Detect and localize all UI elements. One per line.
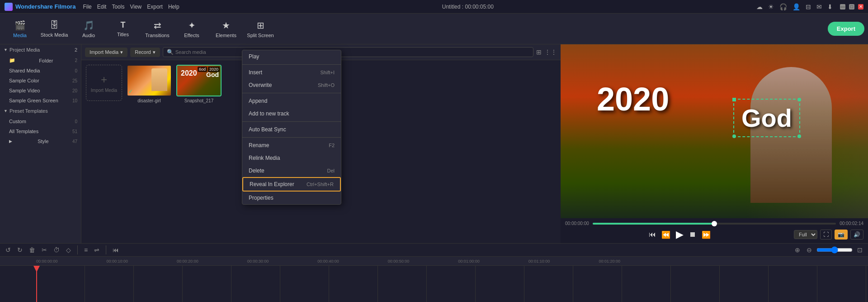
timeline-tracks[interactable] — [0, 266, 868, 302]
timeline: ↺ ↻ 🗑 ✂ ⏱ ◇ ≡ ⇌ ⏮ ⊕ ⊖ ⊡ 00:00:00:00 00:0… — [0, 243, 868, 302]
toolbar-transitions[interactable]: ⇄ Transitions — [141, 15, 174, 43]
ctx-reveal-in-explorer[interactable]: Reveal In Explorer Ctrl+Shift+R — [242, 177, 341, 192]
close-btn[interactable]: ✕ — [858, 4, 863, 10]
tl-zoom-slider[interactable] — [816, 246, 853, 254]
sidebar-style[interactable]: ▶ Style 47 — [0, 136, 81, 146]
ctx-rename[interactable]: Rename F2 — [242, 139, 341, 152]
preview-volume-btn[interactable]: 🔊 — [850, 230, 863, 240]
download-icon[interactable]: ⬇ — [827, 3, 833, 10]
toolbar-split-screen[interactable]: ⊞ Split Screen — [244, 15, 277, 43]
minimize-btn[interactable]: — — [840, 4, 845, 10]
stop-button[interactable]: ⏹ — [689, 230, 696, 239]
mail-icon[interactable]: ✉ — [816, 3, 822, 10]
media-item-disaster-girl[interactable]: ✓ disaster-girl — [127, 65, 172, 103]
sidebar-folder[interactable]: 📁 Folder 2 — [0, 55, 81, 66]
toolbar-effects[interactable]: ✦ Effects — [175, 15, 208, 43]
tl-zoom-out-btn[interactable]: ⊖ — [805, 245, 814, 254]
menu-view[interactable]: View — [130, 4, 142, 10]
tl-fit-btn[interactable]: ⊡ — [855, 245, 864, 254]
cloud-icon[interactable]: ☁ — [756, 3, 763, 10]
sidebar-sample-video-label: Sample Video — [9, 88, 40, 93]
ctx-delete-label: Delete — [249, 168, 264, 174]
menu-tools[interactable]: Tools — [112, 4, 124, 10]
sidebar-all-templates[interactable]: All Templates 51 — [0, 126, 81, 136]
preview-fullscreen-btn[interactable]: ⛶ — [820, 230, 832, 240]
ctx-insert[interactable]: Insert Shift+I — [242, 66, 341, 79]
ruler-mark-2: 00:00:20:00 — [177, 259, 198, 264]
stock-media-icon: 🗄 — [50, 20, 59, 30]
sidebar-sample-green-screen[interactable]: Sample Green Screen 10 — [0, 96, 81, 105]
sidebar-preset-templates[interactable]: ▼ Preset Templates — [0, 105, 81, 116]
tl-redo-btn[interactable]: ↻ — [15, 245, 24, 254]
toolbar-titles[interactable]: T Titles — [107, 15, 139, 43]
filter-icon[interactable]: ⊞ — [536, 48, 542, 56]
import-button[interactable]: Import Media ▾ — [85, 48, 127, 57]
tl-zoom-in-btn[interactable]: ⊕ — [793, 245, 802, 254]
tl-undo-btn[interactable]: ↺ — [4, 245, 13, 254]
toolbar-audio[interactable]: 🎵 Audio — [72, 15, 105, 43]
tl-link-btn[interactable]: ⏮ — [111, 245, 121, 254]
tl-split-btn[interactable]: ✂ — [40, 245, 49, 254]
ctx-add-to-new-track[interactable]: Add to new track — [242, 107, 341, 120]
menu-file[interactable]: File — [83, 4, 91, 10]
shared-media-count: 0 — [75, 68, 77, 73]
skip-back-button[interactable]: ⏮ — [649, 230, 656, 239]
search-input[interactable] — [175, 49, 529, 55]
style-count: 47 — [72, 139, 77, 144]
tl-audio-btn[interactable]: ≡ — [82, 245, 90, 254]
toolbar-stock-media[interactable]: 🗄 Stock Media — [38, 15, 71, 43]
ctx-append[interactable]: Append — [242, 95, 341, 107]
tl-ripple-btn[interactable]: ⇌ — [92, 245, 101, 254]
toolbar-media[interactable]: 🎬 Media — [4, 15, 36, 43]
menu-export[interactable]: Export — [147, 4, 163, 10]
ctx-play[interactable]: Play — [242, 50, 341, 63]
person-icon[interactable]: 👤 — [793, 3, 800, 10]
layout-icon[interactable]: ⊟ — [806, 3, 811, 10]
headphone-icon[interactable]: 🎧 — [779, 3, 787, 10]
timeline-bar[interactable] — [593, 223, 836, 225]
tl-speed-btn[interactable]: ◇ — [64, 245, 73, 254]
sidebar-custom[interactable]: Custom 0 — [0, 116, 81, 126]
maximize-btn[interactable]: □ — [849, 4, 854, 10]
sidebar-sample-video[interactable]: Sample Video 20 — [0, 86, 81, 96]
timeline-handle[interactable] — [712, 221, 717, 226]
corner-dot-br — [797, 134, 801, 138]
media-icon: 🎬 — [14, 20, 26, 31]
ctx-rename-label: Rename — [249, 142, 269, 149]
ruler-mark-5: 00:00:50:00 — [388, 259, 410, 264]
ctx-relink-media[interactable]: Relink Media — [242, 152, 341, 164]
sidebar-sample-color[interactable]: Sample Color 25 — [0, 76, 81, 86]
ruler-mark-3: 00:00:30:00 — [247, 259, 269, 264]
sun-icon[interactable]: ☀ — [768, 3, 774, 10]
grid-icon[interactable]: ⋮⋮ — [544, 48, 557, 56]
menu-help[interactable]: Help — [168, 4, 179, 10]
export-button[interactable]: Export — [828, 22, 864, 36]
ctx-overwrite[interactable]: Overwrite Shift+O — [242, 79, 341, 91]
record-button[interactable]: Record ▾ — [130, 48, 160, 57]
import-media-label: Import Media — [91, 88, 117, 93]
play-button[interactable]: ▶ — [676, 229, 684, 240]
sample-color-count: 25 — [72, 78, 77, 83]
caret-preset-templates: ▼ — [4, 109, 8, 113]
preview-snapshot-btn[interactable]: 📷 — [835, 230, 848, 240]
media-item-snapshot[interactable]: 2020 God 2020 6od Snapshot_217 — [176, 65, 222, 103]
timeline-ruler: 00:00:00:00 00:00:10:00 00:00:20:00 00:0… — [0, 257, 868, 266]
ctx-properties[interactable]: Properties — [242, 192, 341, 204]
toolbar-elements[interactable]: ★ Elements — [210, 15, 242, 43]
import-media-placeholder[interactable]: + Import Media — [86, 65, 122, 101]
next-frame-button[interactable]: ⏩ — [702, 230, 711, 239]
sidebar-shared-media[interactable]: Shared Media 0 — [0, 66, 81, 76]
window-controls: — □ ✕ — [840, 4, 863, 10]
prev-frame-button[interactable]: ⏪ — [661, 230, 670, 239]
tl-crop-btn[interactable]: ⏱ — [52, 245, 61, 254]
toolbar-split-screen-label: Split Screen — [247, 33, 274, 38]
preview-text-god: God — [741, 104, 792, 132]
title-bar: Untitled : 00:00:05:00 — [187, 4, 749, 10]
ctx-delete[interactable]: Delete Del — [242, 164, 341, 177]
quality-select[interactable]: Full — [794, 230, 817, 239]
tl-delete-btn[interactable]: 🗑 — [27, 245, 37, 254]
sidebar-project-media[interactable]: ▼ Project Media 2 — [0, 44, 81, 55]
folder-count: 2 — [75, 58, 77, 63]
menu-edit[interactable]: Edit — [97, 4, 107, 10]
ctx-auto-beat-sync[interactable]: Auto Beat Sync — [242, 123, 341, 136]
